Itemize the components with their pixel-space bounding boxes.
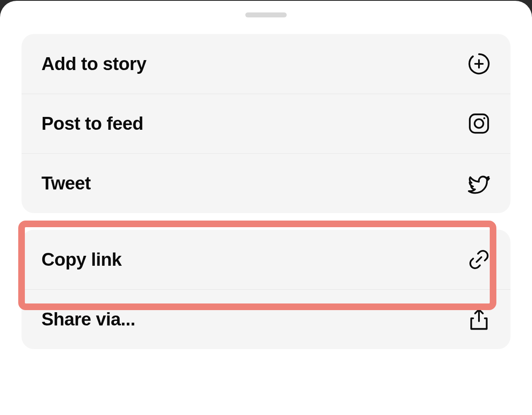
svg-rect-2 xyxy=(470,114,488,133)
add-to-story-label: Add to story xyxy=(41,53,146,74)
share-via-row[interactable]: Share via... xyxy=(22,289,510,349)
share-icon xyxy=(467,308,491,331)
sheet-content: Add to story Post to feed xyxy=(0,34,532,349)
share-group-1: Add to story Post to feed xyxy=(22,34,510,213)
tweet-row[interactable]: Tweet xyxy=(22,153,510,213)
link-icon xyxy=(467,248,491,271)
instagram-icon xyxy=(467,112,491,135)
twitter-icon xyxy=(467,172,491,195)
drag-handle[interactable] xyxy=(245,12,287,17)
svg-point-4 xyxy=(484,117,486,119)
add-to-story-row[interactable]: Add to story xyxy=(22,34,510,94)
share-group-2: Copy link Share via... xyxy=(22,230,510,349)
add-to-story-icon xyxy=(467,52,491,75)
tweet-label: Tweet xyxy=(41,173,91,194)
share-via-label: Share via... xyxy=(41,309,135,330)
copy-link-row[interactable]: Copy link xyxy=(22,230,510,289)
post-to-feed-row[interactable]: Post to feed xyxy=(22,94,510,153)
copy-link-label: Copy link xyxy=(41,249,122,270)
share-sheet: Add to story Post to feed xyxy=(0,1,532,415)
svg-point-3 xyxy=(475,119,484,128)
post-to-feed-label: Post to feed xyxy=(41,113,143,134)
